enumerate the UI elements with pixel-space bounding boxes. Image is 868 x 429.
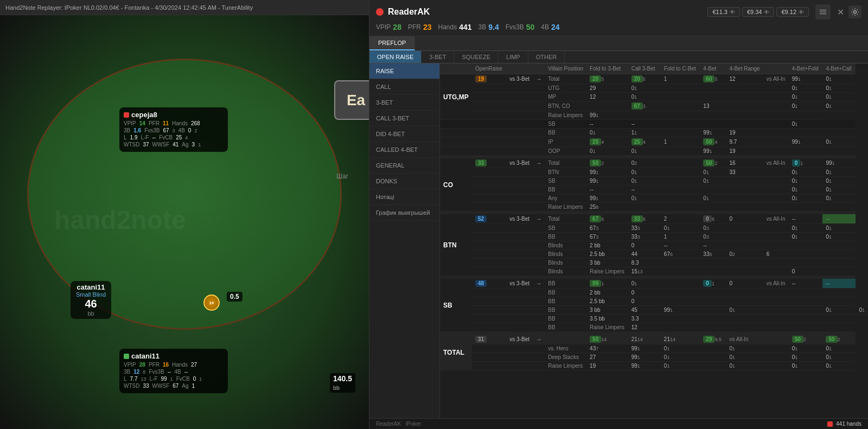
- col-vs3bet: [506, 63, 533, 74]
- stack-badge-2[interactable]: €9.12 👁: [776, 7, 809, 17]
- table-row: BTN 52 vs 3-Bet → Total 676 336: [440, 214, 868, 224]
- nav-icon[interactable]: [815, 4, 831, 20]
- fold3bet-value: 20: [590, 75, 601, 82]
- table-row: Any 991 01 01 01 01: [440, 194, 868, 203]
- pfr-stat: PFR 23: [408, 23, 432, 31]
- col-open-raise: OpenRaise: [472, 63, 506, 74]
- chip-icon: 1¢: [203, 294, 220, 311]
- col-call3bet: Call 3-Bet: [628, 63, 661, 74]
- player-box-cepeja8: cepeja8 VPIP 14 PFR 11 Hands 268 3B 1.6 …: [119, 107, 228, 152]
- settings-icon[interactable]: [848, 5, 861, 18]
- r2-cell: 01: [822, 74, 856, 84]
- player-dot-catani11: [124, 354, 129, 359]
- menu-graph[interactable]: График выигрышей: [369, 205, 439, 221]
- stack-badge-1[interactable]: €9.34 👁: [742, 7, 775, 17]
- call3bet-value: 20: [631, 75, 643, 82]
- allin-cell: vs All-In: [763, 74, 789, 84]
- table-row: UTG 29 01 01 01: [440, 84, 868, 93]
- hud-panel: ReaderAK €11.3 👁 €9.34 👁 €9.12 👁: [369, 0, 868, 429]
- btn-position: BTN: [440, 214, 472, 276]
- table-row: SB 48 vs 3-Bet → BB 991 01: [440, 279, 868, 289]
- villain-cell: Total: [545, 74, 586, 84]
- menu-notaci[interactable]: Нотаці: [369, 189, 439, 205]
- col-sep: [763, 63, 789, 74]
- 4b-stat: 4B 24: [541, 23, 559, 31]
- table-row: BB 673 333 1 03 01 01: [440, 233, 868, 241]
- footer-hands-badge: 441 hands: [836, 421, 861, 427]
- stack-badges-area: €11.3 👁 €9.34 👁 €9.12 👁: [707, 4, 861, 20]
- menu-general[interactable]: GENERAL: [369, 158, 439, 174]
- subtab-limp[interactable]: LIMP: [499, 51, 528, 63]
- player-name-catani11: catani11: [124, 352, 224, 360]
- table-row: Raise Limpers 258: [440, 203, 868, 212]
- table-row: BB -- -- 01 01: [440, 185, 868, 194]
- call3-cell: 205: [628, 74, 661, 84]
- table-row: BB Raise Limpers 12: [440, 323, 868, 332]
- footer-hands-area: 441 hands: [827, 421, 861, 427]
- eye-icon-2: 👁: [799, 9, 804, 15]
- col-4betcall: 4-Bet+Call: [822, 63, 856, 74]
- table-row: vs. Hero 437 991 01 01 01 01: [440, 344, 868, 353]
- sb-player-name: catani11: [76, 283, 106, 291]
- card-label: Ea: [334, 80, 369, 120]
- menu-3bet[interactable]: 3-BET: [369, 95, 439, 111]
- small-blind-area: catani11 Small Blind 46 bb: [71, 281, 111, 319]
- arrow-cell: →: [533, 74, 545, 84]
- table-row: MP 12 01 01 01: [440, 93, 868, 101]
- badge-cell: 19: [472, 74, 506, 84]
- table-row: Blinds 2.5 bb 44 676 336 02 6: [440, 250, 868, 259]
- co-position: CO: [440, 158, 472, 212]
- subtab-other[interactable]: OTHER: [528, 51, 565, 63]
- menu-call3bet[interactable]: CALL 3-BET: [369, 111, 439, 126]
- subtab-openraise[interactable]: OPEN RAISE: [369, 51, 422, 63]
- table-row: BB 3.5 bb 3.3: [440, 315, 868, 323]
- hud-close-button[interactable]: ✕: [835, 7, 846, 17]
- menu-called4bet[interactable]: CALLED 4-BET: [369, 142, 439, 158]
- table-row: Blinds Raise Limpers 1513 0: [440, 267, 868, 276]
- player-box-catani11: catani11 VPIP 28 PFR 16 Hands 27 3B 12 8…: [119, 349, 228, 393]
- menu-raise[interactable]: RAISE: [369, 63, 439, 79]
- table-row: SB -- -- 01: [440, 120, 868, 129]
- шаг-label: Шаг: [336, 172, 348, 180]
- menu-donks[interactable]: DONKS: [369, 174, 439, 189]
- stack-badge-0[interactable]: €11.3 👁: [707, 7, 740, 17]
- table-row: CO 33 vs 3-Bet → Total 502 02: [440, 158, 868, 168]
- 3b-stat: 3B 9.4: [478, 23, 499, 31]
- svg-point-0: [854, 11, 857, 14]
- fourbet-value: 60: [703, 75, 714, 82]
- table-row: OOP 01 01 991 19: [440, 147, 868, 156]
- table-header-row: OpenRaise Villain Position Fold to 3-Bet…: [440, 63, 868, 74]
- fold3-cell: 205: [586, 74, 628, 84]
- col-position: [440, 63, 472, 74]
- stack-amount: 0.5: [227, 292, 242, 302]
- menu-call[interactable]: CALL: [369, 79, 439, 95]
- col-fourbet: 4-Bet: [700, 63, 726, 74]
- hands-stat: Hands 441: [438, 23, 472, 31]
- table-row: Blinds 3 bb 8.3: [440, 259, 868, 267]
- col-arrow: [533, 63, 545, 74]
- eye-icon-0: 👁: [730, 9, 735, 15]
- vs3bet-cell: vs 3-Bet: [506, 74, 533, 84]
- total-badge: 31: [475, 336, 487, 343]
- table-row: Raise Limpers 991: [440, 111, 868, 120]
- vpip-stat: VPIP 28: [376, 23, 401, 31]
- stats-table: OpenRaise Villain Position Fold to 3-Bet…: [440, 63, 868, 370]
- sb-position: SB: [440, 279, 472, 332]
- table-row: Raise Limpers 19 991 01 01 01 01: [440, 362, 868, 370]
- subtab-3bet[interactable]: 3-BET: [422, 51, 454, 63]
- col-fourbet-range: 4-Bet Range: [726, 63, 763, 74]
- co-badge: 33: [475, 159, 487, 167]
- table-row: UTG,MP 19 vs 3-Bet → Total 205 205: [440, 74, 868, 84]
- range-cell: 12: [726, 74, 763, 84]
- hud-main-content: OpenRaise Villain Position Fold to 3-Bet…: [440, 63, 868, 418]
- hands-dot: [827, 421, 833, 427]
- tab-preflop[interactable]: PREFLOP: [369, 36, 415, 50]
- col-fold3bet: Fold to 3-Bet: [586, 63, 628, 74]
- col-villain-pos: Villain Position: [545, 63, 586, 74]
- sb-bb-amount: 46: [76, 298, 106, 310]
- col-foldcbet: Fold to C-Bet: [661, 63, 700, 74]
- menu-did4bet[interactable]: DID 4-BET: [369, 126, 439, 142]
- btn-badge: 52: [475, 215, 487, 222]
- table-row: IP 254 254 1 504 9.7 991 01: [440, 137, 868, 147]
- subtab-squeeze[interactable]: SQUEEZE: [454, 51, 499, 63]
